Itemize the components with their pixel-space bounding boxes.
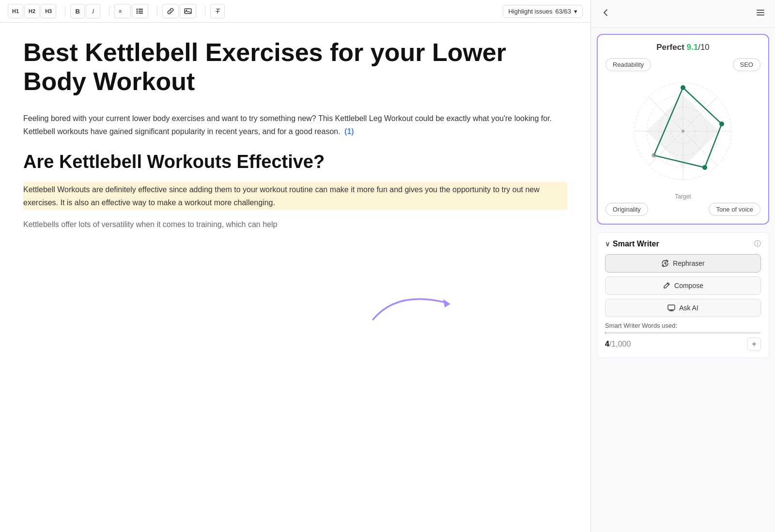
highlight-label: Highlight issues: [508, 8, 552, 15]
svg-rect-4: [139, 9, 143, 10]
svg-rect-11: [757, 12, 764, 13]
cut-off-text: Kettlebells offer lots of versatility wh…: [23, 218, 567, 231]
h1-button[interactable]: H1: [8, 4, 23, 18]
svg-text:≡: ≡: [119, 8, 122, 14]
count-text: 4: [605, 340, 609, 348]
svg-rect-5: [139, 11, 143, 12]
italic-button[interactable]: I: [86, 4, 100, 18]
score-max: /10: [698, 43, 710, 52]
highlight-count: 63/63: [555, 8, 571, 15]
chevron-down-icon: ▾: [574, 8, 577, 15]
sidebar-header: [591, 0, 775, 28]
clear-format-button[interactable]: T: [210, 4, 225, 18]
sidebar-menu-button[interactable]: [754, 6, 767, 22]
editor-area: H1 H2 H3 B I ≡: [0, 0, 591, 532]
score-card: Perfect 9.1/10 Readability SEO: [597, 34, 769, 225]
words-used-count: 4/1,000 +: [605, 337, 761, 351]
readability-button[interactable]: Readability: [605, 58, 651, 71]
section-heading: Are Kettlebell Workouts Effective?: [23, 152, 567, 172]
svg-point-1: [137, 9, 138, 10]
radar-chart: [625, 73, 741, 189]
count-max: /1,000: [609, 340, 631, 348]
add-words-button[interactable]: +: [747, 337, 761, 351]
rephraser-label: Rephraser: [673, 259, 704, 267]
article-title: Best Kettlebell Exercises for your Lower…: [23, 38, 567, 96]
collapse-icon: ∨: [605, 240, 610, 248]
tone-of-voice-button[interactable]: Tone of voice: [709, 203, 760, 216]
separator-1: [65, 6, 65, 16]
sidebar: Perfect 9.1/10 Readability SEO: [591, 0, 775, 532]
toolbar: H1 H2 H3 B I ≡: [0, 0, 590, 23]
highlight-dropdown[interactable]: Highlight issues 63/63 ▾: [503, 5, 583, 18]
svg-point-24: [719, 122, 724, 126]
score-title: Perfect 9.1/10: [605, 43, 760, 52]
ask-ai-label: Ask AI: [679, 304, 698, 312]
svg-rect-10: [757, 10, 764, 11]
originality-button[interactable]: Originality: [605, 203, 648, 216]
separator-2: [109, 6, 109, 16]
svg-rect-30: [668, 305, 675, 310]
unordered-list-button[interactable]: [132, 4, 148, 18]
separator-4: [205, 6, 205, 16]
seo-button[interactable]: SEO: [733, 58, 760, 71]
svg-point-2: [137, 11, 138, 12]
svg-point-27: [682, 130, 684, 133]
radar-bottom-labels: Originality Tone of voice: [605, 203, 760, 216]
format-group: B I: [70, 4, 100, 18]
heading-group: H1 H2 H3: [8, 4, 56, 18]
target-label: Target: [605, 193, 760, 200]
sidebar-back-button[interactable]: [599, 6, 612, 22]
words-used-bar-fill: [605, 332, 605, 334]
h3-button[interactable]: H3: [41, 4, 56, 18]
editor-content: Best Kettlebell Exercises for your Lower…: [0, 23, 590, 532]
compose-label: Compose: [674, 282, 703, 289]
info-icon[interactable]: ⓘ: [754, 240, 761, 248]
h2-button[interactable]: H2: [24, 4, 40, 18]
svg-rect-6: [139, 13, 143, 14]
svg-rect-12: [757, 15, 764, 15]
article-paragraph-1: Feeling bored with your current lower bo…: [23, 112, 567, 138]
smart-writer-title: ∨ Smart Writer: [605, 240, 659, 248]
svg-point-3: [137, 13, 138, 14]
link-button[interactable]: [162, 4, 179, 18]
compose-button[interactable]: Compose: [605, 276, 761, 295]
footnote-link[interactable]: (1): [344, 127, 354, 136]
smart-writer-header: ∨ Smart Writer ⓘ: [605, 240, 761, 248]
smart-writer-label: Smart Writer: [613, 240, 659, 248]
bold-button[interactable]: B: [70, 4, 85, 18]
words-used-label: Smart Writer Words used:: [605, 322, 761, 329]
separator-3: [157, 6, 157, 16]
svg-point-25: [702, 165, 707, 170]
radar-top-labels: Readability SEO: [605, 58, 760, 71]
ask-ai-button[interactable]: Ask AI: [605, 299, 761, 317]
rephraser-button[interactable]: Rephraser: [605, 254, 761, 273]
image-button[interactable]: [180, 4, 196, 18]
score-value: 9.1: [687, 43, 698, 52]
smart-writer-section: ∨ Smart Writer ⓘ Rephraser Compose: [597, 232, 769, 358]
ordered-list-button[interactable]: ≡: [114, 4, 131, 18]
highlighted-paragraph: Kettlebell Workouts are definitely effec…: [23, 182, 567, 210]
list-group: ≡: [114, 4, 148, 18]
words-used-bar: [605, 332, 761, 334]
svg-point-26: [651, 153, 656, 158]
insert-group: [162, 4, 196, 18]
svg-point-23: [681, 85, 685, 90]
